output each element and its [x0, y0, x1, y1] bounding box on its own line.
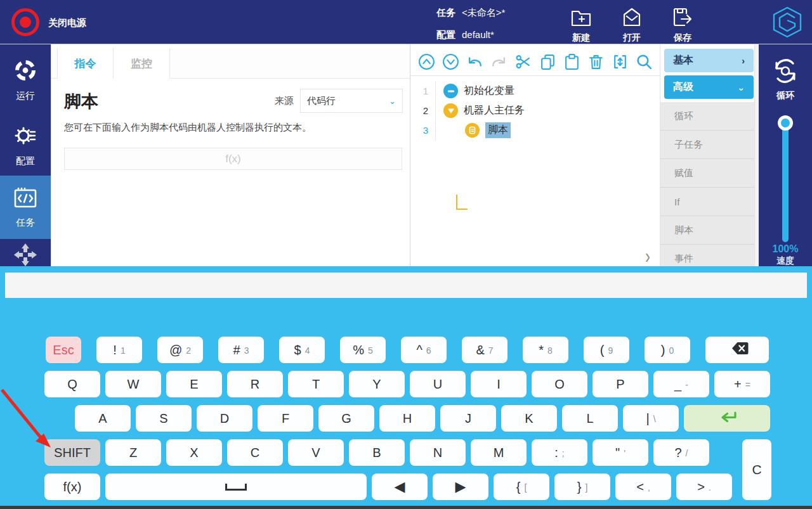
key-8[interactable]: *8 — [523, 337, 568, 363]
key-x[interactable]: X — [166, 439, 222, 466]
key-pipe[interactable]: |\ — [623, 405, 679, 432]
source-dropdown[interactable]: 代码行 ⌄ — [300, 89, 403, 113]
command-group-basic[interactable]: 基本 › — [664, 49, 754, 72]
speed-slider-thumb[interactable] — [778, 115, 793, 131]
key-1[interactable]: !1 — [96, 337, 142, 363]
key-5[interactable]: %5 — [340, 337, 386, 363]
key-u[interactable]: U — [410, 371, 466, 397]
key-a[interactable]: A — [75, 405, 131, 432]
key-s[interactable]: S — [136, 405, 192, 432]
key-l[interactable]: L — [562, 405, 618, 432]
cut-icon[interactable] — [514, 53, 532, 70]
tree-toolbar — [410, 48, 660, 76]
tree-row-script[interactable]: 3 脚本 — [410, 120, 660, 140]
key-4[interactable]: $4 — [279, 337, 325, 363]
command-item-event[interactable]: 事件 — [660, 245, 754, 266]
tab-instruction[interactable]: 指令 — [57, 48, 114, 79]
loop-mode-button[interactable] — [771, 57, 799, 87]
key-r[interactable]: R — [227, 371, 283, 397]
key-6[interactable]: ^6 — [401, 337, 447, 363]
key-9[interactable]: (9 — [584, 337, 629, 363]
key-greater-than[interactable]: >. — [676, 474, 732, 500]
key-j[interactable]: J — [440, 405, 496, 432]
key-i[interactable]: I — [471, 371, 527, 397]
replace-icon[interactable] — [612, 53, 629, 70]
command-group-advanced[interactable]: 高级 ⌄ — [664, 75, 754, 99]
line-number: 2 — [410, 101, 436, 120]
source-value: 代码行 — [307, 95, 336, 107]
key-0[interactable]: )0 — [645, 337, 690, 363]
paste-icon[interactable] — [563, 53, 580, 70]
sidebar-item-task[interactable]: 任务 — [0, 176, 51, 239]
key-enter[interactable] — [684, 405, 770, 432]
save-task-button[interactable]: 保存 — [660, 6, 705, 44]
sidebar-item-run[interactable]: 运行 — [0, 58, 51, 102]
key-colon[interactable]: :; — [532, 439, 587, 466]
key-brace-close[interactable]: }] — [554, 474, 610, 500]
redo-icon[interactable] — [490, 53, 508, 70]
key-y[interactable]: Y — [349, 371, 405, 397]
command-item-script[interactable]: 脚本 — [660, 216, 754, 245]
tree-connector-line — [456, 195, 468, 210]
delete-icon[interactable] — [587, 53, 605, 70]
key-z[interactable]: Z — [105, 439, 161, 466]
key-backspace[interactable] — [705, 337, 769, 363]
key-h[interactable]: H — [379, 405, 435, 432]
key-k[interactable]: K — [501, 405, 557, 432]
copy-icon[interactable] — [539, 53, 556, 70]
key-brace-open[interactable]: {[ — [494, 474, 549, 500]
key-question[interactable]: ?/ — [653, 439, 709, 466]
key-w[interactable]: W — [105, 371, 161, 397]
power-button[interactable] — [11, 8, 39, 36]
open-task-button[interactable]: 打开 — [609, 6, 655, 44]
key-d[interactable]: D — [197, 405, 252, 432]
key-less-than[interactable]: <, — [615, 474, 671, 500]
key-c[interactable]: C — [227, 439, 283, 466]
sidebar-item-move[interactable] — [0, 242, 51, 266]
sidebar-item-config[interactable]: 配置 — [0, 124, 51, 167]
speed-slider-track[interactable] — [782, 118, 789, 242]
key-arrow-left[interactable]: ◀ — [372, 474, 428, 500]
program-tree-panel: 1 初始化变量 2 机器人主任务 3 脚本 › — [410, 44, 660, 266]
key-g[interactable]: G — [318, 405, 374, 432]
key-space[interactable] — [105, 474, 367, 500]
key-e[interactable]: E — [166, 371, 222, 397]
key-t[interactable]: T — [288, 371, 344, 397]
minus-circle-icon — [443, 84, 458, 98]
new-task-button[interactable]: 新建 — [558, 6, 604, 44]
command-scrollbar[interactable] — [754, 44, 759, 266]
key-3[interactable]: #3 — [218, 337, 264, 363]
tree-row-main-task[interactable]: 2 机器人主任务 — [410, 101, 660, 120]
command-item-assign[interactable]: 赋值 — [660, 159, 754, 188]
key-v[interactable]: V — [288, 439, 344, 466]
move-up-icon[interactable] — [418, 53, 435, 70]
key-q[interactable]: Q — [44, 371, 100, 397]
key-esc[interactable]: Esc — [46, 337, 81, 363]
panel-collapse-chevron[interactable]: › — [645, 243, 650, 266]
command-item-if[interactable]: If — [660, 188, 754, 216]
key-o[interactable]: O — [532, 371, 587, 397]
command-item-subtask[interactable]: 子任务 — [660, 131, 754, 159]
key-underscore[interactable]: _- — [653, 371, 709, 397]
key-arrow-right[interactable]: ▶ — [433, 474, 488, 500]
key-m[interactable]: M — [471, 439, 527, 466]
key-2[interactable]: @2 — [157, 337, 203, 363]
tree-row-init-vars[interactable]: 1 初始化变量 — [410, 81, 660, 101]
key-f[interactable]: F — [258, 405, 313, 432]
key-p[interactable]: P — [593, 371, 648, 397]
key-7[interactable]: &7 — [462, 337, 508, 363]
key-n[interactable]: N — [410, 439, 466, 466]
move-down-icon[interactable] — [442, 53, 459, 70]
key-b[interactable]: B — [349, 439, 405, 466]
key-c-side[interactable]: C — [742, 439, 771, 500]
tab-monitor[interactable]: 监控 — [114, 48, 170, 79]
search-icon[interactable] — [636, 53, 653, 70]
key-quote[interactable]: "' — [593, 439, 648, 466]
key-fx[interactable]: f(x) — [44, 474, 100, 500]
command-item-loop[interactable]: 循环 — [660, 102, 754, 131]
script-expression-input[interactable] — [64, 148, 402, 170]
key-shift[interactable]: SHIFT — [44, 439, 100, 466]
undo-icon[interactable] — [466, 53, 483, 70]
keyboard-text-input[interactable] — [5, 273, 807, 298]
key-plus[interactable]: += — [714, 371, 770, 397]
